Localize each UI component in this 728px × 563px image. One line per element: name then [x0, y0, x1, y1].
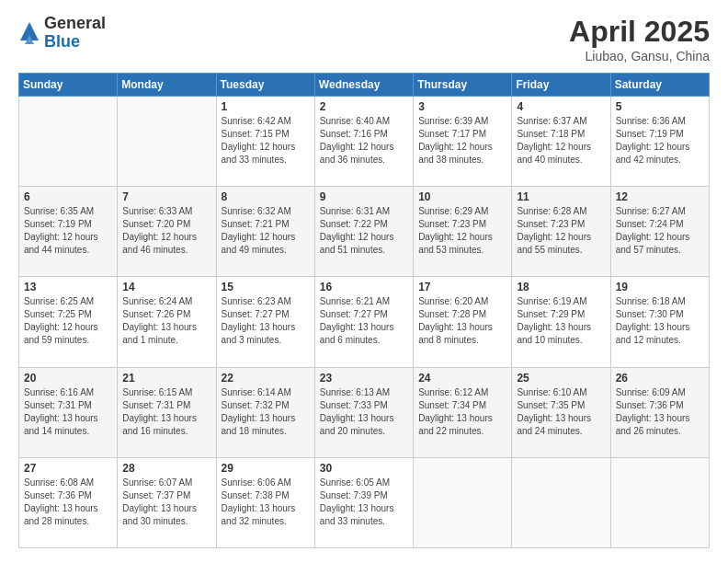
calendar-cell-1-4: 10Sunrise: 6:29 AM Sunset: 7:23 PM Dayli… — [414, 187, 512, 277]
calendar-cell-2-0: 13Sunrise: 6:25 AM Sunset: 7:25 PM Dayli… — [19, 277, 118, 367]
day-info-19: Sunrise: 6:18 AM Sunset: 7:30 PM Dayligh… — [616, 295, 704, 347]
day-info-9: Sunrise: 6:31 AM Sunset: 7:22 PM Dayligh… — [320, 205, 408, 257]
calendar-cell-2-1: 14Sunrise: 6:24 AM Sunset: 7:26 PM Dayli… — [118, 277, 216, 367]
day-number-1: 1 — [222, 100, 310, 113]
header-sunday: Sunday — [19, 74, 118, 97]
day-info-18: Sunrise: 6:19 AM Sunset: 7:29 PM Dayligh… — [517, 295, 605, 347]
calendar-cell-1-1: 7Sunrise: 6:33 AM Sunset: 7:20 PM Daylig… — [118, 187, 216, 277]
day-info-8: Sunrise: 6:32 AM Sunset: 7:21 PM Dayligh… — [222, 205, 310, 257]
week-row-1: 6Sunrise: 6:35 AM Sunset: 7:19 PM Daylig… — [19, 187, 710, 277]
calendar-cell-0-2: 1Sunrise: 6:42 AM Sunset: 7:15 PM Daylig… — [216, 97, 314, 187]
day-info-17: Sunrise: 6:20 AM Sunset: 7:28 PM Dayligh… — [418, 295, 506, 347]
day-info-16: Sunrise: 6:21 AM Sunset: 7:27 PM Dayligh… — [320, 295, 408, 347]
title-block: April 2025 Liubao, Gansu, China — [569, 15, 710, 63]
calendar-cell-2-5: 18Sunrise: 6:19 AM Sunset: 7:29 PM Dayli… — [512, 277, 610, 367]
day-number-16: 16 — [320, 281, 408, 293]
day-number-28: 28 — [122, 462, 210, 475]
day-number-24: 24 — [418, 372, 506, 385]
day-info-25: Sunrise: 6:10 AM Sunset: 7:35 PM Dayligh… — [517, 386, 605, 438]
calendar-cell-4-1: 28Sunrise: 6:07 AM Sunset: 7:37 PM Dayli… — [118, 457, 216, 547]
day-number-18: 18 — [517, 281, 605, 293]
day-number-2: 2 — [320, 100, 408, 113]
day-number-25: 25 — [517, 372, 605, 385]
calendar-cell-3-1: 21Sunrise: 6:15 AM Sunset: 7:31 PM Dayli… — [118, 367, 216, 457]
calendar-cell-0-6: 5Sunrise: 6:36 AM Sunset: 7:19 PM Daylig… — [610, 97, 709, 187]
day-number-12: 12 — [616, 190, 704, 203]
day-info-29: Sunrise: 6:06 AM Sunset: 7:38 PM Dayligh… — [222, 477, 310, 528]
logo: General Blue — [18, 15, 106, 52]
day-number-19: 19 — [616, 281, 704, 293]
day-info-24: Sunrise: 6:12 AM Sunset: 7:34 PM Dayligh… — [418, 386, 506, 438]
calendar-cell-0-0 — [19, 97, 118, 187]
day-info-5: Sunrise: 6:36 AM Sunset: 7:19 PM Dayligh… — [616, 115, 704, 167]
day-info-12: Sunrise: 6:27 AM Sunset: 7:24 PM Dayligh… — [616, 205, 704, 257]
calendar-cell-0-3: 2Sunrise: 6:40 AM Sunset: 7:16 PM Daylig… — [314, 97, 413, 187]
week-row-4: 27Sunrise: 6:08 AM Sunset: 7:36 PM Dayli… — [19, 457, 710, 547]
day-number-30: 30 — [320, 462, 408, 475]
day-number-14: 14 — [122, 281, 210, 293]
logo-text: General Blue — [44, 15, 106, 52]
calendar-cell-0-4: 3Sunrise: 6:39 AM Sunset: 7:17 PM Daylig… — [414, 97, 512, 187]
day-info-13: Sunrise: 6:25 AM Sunset: 7:25 PM Dayligh… — [24, 295, 112, 347]
calendar-cell-3-5: 25Sunrise: 6:10 AM Sunset: 7:35 PM Dayli… — [512, 367, 610, 457]
day-info-1: Sunrise: 6:42 AM Sunset: 7:15 PM Dayligh… — [222, 115, 310, 167]
calendar-cell-4-0: 27Sunrise: 6:08 AM Sunset: 7:36 PM Dayli… — [19, 457, 118, 547]
month-title: April 2025 — [569, 15, 710, 49]
day-number-11: 11 — [517, 190, 605, 203]
day-number-23: 23 — [320, 372, 408, 385]
day-number-29: 29 — [222, 462, 310, 475]
page: General Blue April 2025 Liubao, Gansu, C… — [0, 0, 728, 563]
calendar-cell-3-2: 22Sunrise: 6:14 AM Sunset: 7:32 PM Dayli… — [216, 367, 314, 457]
calendar-cell-4-6 — [610, 457, 709, 547]
logo-general-text: General — [44, 15, 106, 33]
day-number-5: 5 — [616, 100, 704, 113]
calendar-table: Sunday Monday Tuesday Wednesday Thursday… — [18, 73, 710, 548]
calendar-cell-3-6: 26Sunrise: 6:09 AM Sunset: 7:36 PM Dayli… — [610, 367, 709, 457]
logo-blue-text: Blue — [44, 33, 106, 52]
calendar-cell-2-6: 19Sunrise: 6:18 AM Sunset: 7:30 PM Dayli… — [610, 277, 709, 367]
day-info-20: Sunrise: 6:16 AM Sunset: 7:31 PM Dayligh… — [24, 386, 112, 438]
calendar-cell-3-4: 24Sunrise: 6:12 AM Sunset: 7:34 PM Dayli… — [414, 367, 512, 457]
calendar-cell-4-4 — [414, 457, 512, 547]
day-info-30: Sunrise: 6:05 AM Sunset: 7:39 PM Dayligh… — [320, 477, 408, 528]
day-info-15: Sunrise: 6:23 AM Sunset: 7:27 PM Dayligh… — [222, 295, 310, 347]
calendar-cell-2-3: 16Sunrise: 6:21 AM Sunset: 7:27 PM Dayli… — [314, 277, 413, 367]
day-info-23: Sunrise: 6:13 AM Sunset: 7:33 PM Dayligh… — [320, 386, 408, 438]
day-number-7: 7 — [122, 190, 210, 203]
calendar-cell-3-0: 20Sunrise: 6:16 AM Sunset: 7:31 PM Dayli… — [19, 367, 118, 457]
day-info-26: Sunrise: 6:09 AM Sunset: 7:36 PM Dayligh… — [616, 386, 704, 438]
day-info-14: Sunrise: 6:24 AM Sunset: 7:26 PM Dayligh… — [122, 295, 210, 347]
logo-icon — [20, 22, 39, 44]
day-number-20: 20 — [24, 372, 112, 385]
header-thursday: Thursday — [414, 74, 512, 97]
day-number-6: 6 — [24, 190, 112, 203]
week-row-3: 20Sunrise: 6:16 AM Sunset: 7:31 PM Dayli… — [19, 367, 710, 457]
day-info-11: Sunrise: 6:28 AM Sunset: 7:23 PM Dayligh… — [517, 205, 605, 257]
calendar-cell-0-5: 4Sunrise: 6:37 AM Sunset: 7:18 PM Daylig… — [512, 97, 610, 187]
header-friday: Friday — [512, 74, 610, 97]
day-info-6: Sunrise: 6:35 AM Sunset: 7:19 PM Dayligh… — [24, 205, 112, 257]
calendar-cell-4-2: 29Sunrise: 6:06 AM Sunset: 7:38 PM Dayli… — [216, 457, 314, 547]
day-info-4: Sunrise: 6:37 AM Sunset: 7:18 PM Dayligh… — [517, 115, 605, 167]
day-number-3: 3 — [418, 100, 506, 113]
calendar-cell-2-2: 15Sunrise: 6:23 AM Sunset: 7:27 PM Dayli… — [216, 277, 314, 367]
day-number-17: 17 — [418, 281, 506, 293]
calendar-cell-1-3: 9Sunrise: 6:31 AM Sunset: 7:22 PM Daylig… — [314, 187, 413, 277]
calendar-cell-4-5 — [512, 457, 610, 547]
calendar-cell-3-3: 23Sunrise: 6:13 AM Sunset: 7:33 PM Dayli… — [314, 367, 413, 457]
calendar-header-row: Sunday Monday Tuesday Wednesday Thursday… — [19, 74, 710, 97]
calendar-cell-0-1 — [118, 97, 216, 187]
day-info-2: Sunrise: 6:40 AM Sunset: 7:16 PM Dayligh… — [320, 115, 408, 167]
day-info-3: Sunrise: 6:39 AM Sunset: 7:17 PM Dayligh… — [418, 115, 506, 167]
calendar-cell-1-6: 12Sunrise: 6:27 AM Sunset: 7:24 PM Dayli… — [610, 187, 709, 277]
header-wednesday: Wednesday — [314, 74, 413, 97]
week-row-2: 13Sunrise: 6:25 AM Sunset: 7:25 PM Dayli… — [19, 277, 710, 367]
day-number-4: 4 — [517, 100, 605, 113]
day-number-15: 15 — [222, 281, 310, 293]
location-subtitle: Liubao, Gansu, China — [569, 49, 710, 63]
day-number-26: 26 — [616, 372, 704, 385]
day-info-21: Sunrise: 6:15 AM Sunset: 7:31 PM Dayligh… — [122, 386, 210, 438]
header-monday: Monday — [118, 74, 216, 97]
header: General Blue April 2025 Liubao, Gansu, C… — [18, 15, 710, 63]
header-saturday: Saturday — [610, 74, 709, 97]
